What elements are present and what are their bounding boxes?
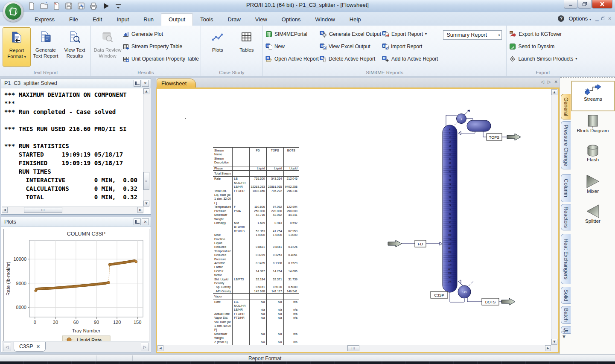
menu-express[interactable]: Express [27, 14, 62, 26]
column-c3sp[interactable]: 2610141822263034384246505458626670747882… [443, 125, 457, 292]
tab-nav-left-icon[interactable]: ◁ [541, 79, 544, 84]
plots-button[interactable]: Plots [204, 27, 232, 67]
add-to-active-report-button[interactable]: RAdd to Active Report [382, 54, 438, 63]
flowsheet-canvas[interactable]: 2610141822263034384246505458626670747882… [157, 89, 551, 345]
sim4meportal-button[interactable]: SIM4MEPortal [265, 29, 319, 38]
report-type-dropdown[interactable]: Summary Report▾ [443, 30, 502, 40]
palette-scroll-down-icon[interactable]: ▼ [563, 335, 565, 339]
palette-tab-general[interactable]: General [561, 94, 571, 119]
tab-nav-right-icon[interactable]: ▷ [548, 79, 551, 84]
menu-options[interactable]: Options [274, 14, 308, 26]
console-vertical-scrollbar[interactable]: ▲ ≡ ▼ [143, 88, 150, 207]
scroll-left-icon[interactable]: ◀ [2, 207, 8, 213]
generate-excel-output-button[interactable]: RGenerate Excel Output [320, 29, 381, 38]
unit-operation-property-table-button[interactable]: Unit Operation Property Table [122, 54, 199, 63]
minimize-button[interactable] [564, 0, 577, 9]
mdi-close-button[interactable]: ✕ [608, 16, 612, 21]
splitter-icon [585, 204, 600, 218]
help-icon[interactable]: ? [558, 15, 564, 22]
menu-input[interactable]: Input [109, 14, 136, 26]
overhead-accumulator[interactable] [467, 120, 491, 131]
menu-run[interactable]: Run [136, 14, 161, 26]
options-menu[interactable]: Options ▾ [568, 15, 591, 22]
scroll-down-icon[interactable]: ▼ [143, 201, 149, 207]
import-report-button[interactable]: RImport Report [382, 42, 438, 51]
palette-scroll-up-icon[interactable]: △ [563, 328, 565, 332]
tab-close-icon[interactable]: ✕ [554, 79, 558, 84]
tab-flowsheet[interactable]: Flowsheet [157, 79, 196, 87]
send-to-dynsim-button[interactable]: Send to Dynsim [509, 42, 577, 51]
restore-button[interactable] [578, 0, 592, 9]
statusbar-separator [132, 355, 133, 361]
close-icon[interactable]: ✕ [142, 218, 149, 225]
palette-tab-column[interactable]: Column [561, 174, 571, 202]
export-to-kgtower-button[interactable]: KGExport to KGTower [509, 29, 577, 38]
palette-tab-batch[interactable]: Batch [561, 306, 571, 324]
scrollbar-thumb[interactable]: ≡ [143, 172, 149, 190]
close-button[interactable] [592, 0, 612, 9]
menu-help[interactable]: Help [342, 14, 368, 26]
svg-text:126: 126 [448, 260, 452, 262]
button-label: Tables [239, 47, 254, 53]
pin-icon[interactable] [134, 80, 141, 87]
menu-output[interactable]: Output [161, 13, 193, 26]
mdi-minimize-button[interactable]: ▁ [595, 16, 599, 21]
palette-item-mixer[interactable] [572, 174, 614, 190]
title-bar: PRO/II 10.1 (64 bit) - P1_C3_splitter - … [0, 0, 615, 12]
view-text-results-button[interactable]: View TextResults [61, 27, 89, 67]
scroll-down-icon[interactable]: ▼ [551, 339, 557, 345]
mdi-restore-button[interactable] [601, 17, 606, 20]
delete-active-report-button[interactable]: RDelete Active Report [320, 54, 381, 63]
palette-tab-heat-exchangers[interactable]: Heat Exchangers [561, 234, 571, 284]
view-excel-output-button[interactable]: RView Excel Output [320, 42, 381, 51]
plots-panel-title: Plots [4, 219, 16, 225]
menu-tools[interactable]: Tools [193, 14, 220, 26]
menu-file[interactable]: File [62, 14, 85, 26]
report-format-button[interactable]: ReportFormat ▾ [3, 27, 31, 67]
palette-tab-pressure-change[interactable]: Pressure Change [561, 121, 571, 169]
palette-item-streams[interactable]: Streams [571, 81, 615, 111]
palette-item-splitter[interactable] [572, 204, 614, 220]
svg-text:22: 22 [449, 149, 451, 151]
scrollbar-thumb[interactable]: III [347, 345, 359, 351]
svg-text:38: 38 [449, 166, 451, 169]
menu-edit[interactable]: Edit [85, 14, 109, 26]
proii-logo-button[interactable] [3, 1, 23, 22]
pin-icon[interactable] [134, 218, 141, 225]
menu-window[interactable]: Window [308, 14, 342, 26]
scroll-right-icon[interactable]: ▶ [137, 207, 143, 213]
tab-scroll-right-icon[interactable]: ▷ [141, 343, 149, 351]
close-tab-icon[interactable]: ✕ [36, 344, 40, 349]
button-label: Export to KGTower [519, 31, 562, 37]
plots-panel-header: Plots ✕ [1, 217, 151, 227]
scroll-left-icon[interactable]: ◀ [157, 345, 163, 351]
scroll-up-icon[interactable]: ▲ [551, 89, 557, 95]
status-bar: Report Format [0, 354, 615, 362]
tab-scroll-left-icon[interactable]: ◁ [3, 343, 11, 351]
launch-simsci-icon [509, 55, 516, 62]
data-review-icon [102, 30, 114, 44]
delete-active-report-icon: R [320, 55, 326, 62]
stream-property-table[interactable]: Stream NameStream DescriptionFDTOPSBOTSP… [185, 118, 186, 119]
scrollbar-thumb[interactable]: III [24, 207, 62, 213]
console-horizontal-scrollbar[interactable]: ◀ III ▶ [2, 207, 143, 214]
palette-tab-solid[interactable]: Solid [561, 287, 571, 304]
flowsheet-horizontal-scrollbar[interactable]: ◀ III ▶ [157, 345, 551, 352]
scroll-right-icon[interactable]: ▶ [545, 345, 551, 351]
export-report-button[interactable]: RExport Report▾ [382, 29, 438, 38]
menu-draw[interactable]: Draw [221, 14, 248, 26]
tables-button[interactable]: Tables [233, 27, 261, 67]
palette-item-label: Streams [572, 96, 614, 102]
menu-view[interactable]: View [248, 14, 274, 26]
scroll-up-icon[interactable]: ▲ [143, 88, 149, 94]
close-icon[interactable]: ✕ [142, 80, 149, 87]
generate-plot-button[interactable]: Generate Plot [122, 29, 199, 38]
tab-c3sp[interactable]: C3SP ✕ [14, 342, 46, 352]
open-active-report-button[interactable]: ROpen Active Report [265, 54, 319, 63]
generate-text-report-button[interactable]: GenerateText Report [32, 27, 60, 67]
launch-simsci-products-button[interactable]: Launch Simsci Products▾ [509, 54, 577, 63]
stream-property-table-button[interactable]: Stream Property Table [122, 42, 199, 51]
palette-tab-reactors[interactable]: Reactors [561, 204, 571, 230]
flowsheet-vertical-scrollbar[interactable]: ▲ ▼ [551, 89, 558, 345]
new-button[interactable]: RNew [265, 42, 319, 51]
